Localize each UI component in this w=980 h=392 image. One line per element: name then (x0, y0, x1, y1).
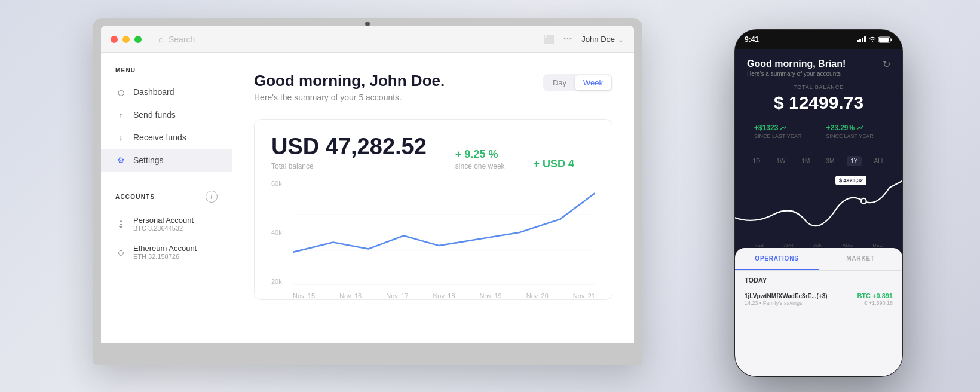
phone-tx-id: 1jLVpwtNMfXWadEe3rE...(+3) (745, 293, 857, 299)
phone-stat-pct: +23.29% SINCE LAST YEAR (819, 119, 891, 144)
titlebar-actions: ⬜ 〰 John Doe ⌄ (544, 35, 624, 44)
period-day-button[interactable]: Day (544, 75, 575, 90)
sidebar-item-receive[interactable]: ↓ Receive funds (101, 126, 232, 149)
greeting-sub: Here's the summary of your 5 accounts. (254, 93, 445, 102)
period-1w[interactable]: 1W (773, 156, 789, 166)
change-usd-block: + USD 4 (534, 158, 575, 170)
sidebar-item-send[interactable]: ↑ Send funds (101, 103, 232, 126)
account-ethereum-name: Ethereum Account (133, 244, 218, 253)
phone-greeting-sub: Here's a summary of your accounts (747, 71, 846, 77)
stat-usd-label: SINCE LAST YEAR (754, 133, 811, 139)
phone-tx-left: 1jLVpwtNMfXWadEe3rE...(+3) 14:23 • Famil… (745, 293, 857, 306)
sidebar-item-settings[interactable]: ⚙ Settings (101, 149, 232, 172)
sidebar: MENU ◷ Dashboard ↑ Send funds ↓ Receive (101, 53, 232, 343)
search-placeholder: Search (169, 35, 195, 44)
tab-operations[interactable]: OPERATIONS (735, 248, 819, 270)
period-all[interactable]: ALL (871, 156, 889, 166)
period-1m[interactable]: 1M (798, 156, 813, 166)
y-label-20k: 20k (271, 278, 282, 285)
account-personal-info: Personal Account BTC 3.23644532 (133, 216, 218, 232)
phone-chart-svg (735, 171, 902, 238)
battery-icon (878, 36, 893, 43)
signal-icon (857, 36, 866, 42)
arrow-up-icon: ↑ (115, 109, 126, 120)
phone-greeting-block: Good morning, Brian! Here's a summary of… (747, 59, 846, 77)
balance-block: USD 47,282.52 Total balance (271, 134, 427, 170)
x-label-5: Nov. 19 (480, 292, 502, 299)
x-label-4: Nov. 18 (433, 292, 455, 299)
sidebar-item-settings-label: Settings (133, 155, 164, 165)
phone-period-row: 1D 1W 1M 3M 1Y ALL (735, 151, 902, 171)
phone-chart-tooltip: $ 4923,32 (835, 176, 866, 185)
phone-today-label: TODAY (735, 271, 902, 287)
account-personal-name: Personal Account (133, 216, 218, 225)
phone-bottom: OPERATIONS MARKET TODAY 1jLVpwtNMfXWadEe… (735, 248, 902, 376)
gear-icon: ⚙ (115, 155, 126, 166)
laptop-camera (365, 22, 370, 26)
add-account-button[interactable]: + (206, 191, 218, 203)
x-label-1: Nov. 15 (293, 292, 315, 299)
phone-stats-row: +$1323 SINCE LAST YEAR +23.29% SINCE LAS… (747, 119, 890, 144)
y-label-40k: 40k (271, 229, 282, 236)
change-pct-block: + 9.25 % since one week (455, 148, 505, 170)
balance-card: USD 47,282.52 Total balance + 9.25 % sin… (254, 119, 612, 300)
stat-pct-value: +23.29% (826, 124, 884, 132)
stat-pct-label: SINCE LAST YEAR (826, 133, 884, 139)
ethereum-icon: ◇ (115, 247, 126, 258)
phone-transaction[interactable]: 1jLVpwtNMfXWadEe3rE...(+3) 14:23 • Famil… (735, 287, 902, 311)
maximize-button[interactable] (134, 36, 142, 43)
clock-icon: ◷ (115, 87, 126, 97)
change-pct-label: since one week (455, 162, 505, 170)
sidebar-item-dashboard-label: Dashboard (133, 87, 174, 97)
phone-top: Good morning, Brian! Here's a summary of… (735, 49, 902, 151)
phone-tx-amount: BTC +0.891 (857, 292, 893, 299)
x-label-7: Nov. 21 (573, 292, 595, 299)
chart-y-labels: 60k 40k 20k (271, 180, 282, 285)
phone-status-icons (857, 36, 893, 43)
svg-rect-9 (879, 38, 889, 42)
user-menu[interactable]: John Doe ⌄ (581, 35, 624, 44)
greeting-title: Good morning, John Doe. (254, 72, 445, 90)
chart-area: 60k 40k 20k (271, 180, 595, 299)
phone-notch (795, 30, 843, 42)
period-week-button[interactable]: Week (575, 75, 611, 90)
close-button[interactable] (111, 36, 118, 43)
phone-tx-sub: 14:23 • Family's savings (745, 300, 857, 306)
period-1y[interactable]: 1Y (847, 156, 861, 166)
chart-x-feb: FEB (755, 243, 764, 248)
sidebar-item-dashboard[interactable]: ◷ Dashboard (101, 81, 232, 103)
chart-x-apr: APR (783, 243, 793, 248)
activity-icon[interactable]: 〰 (564, 35, 572, 44)
minimize-button[interactable] (122, 36, 130, 43)
laptop-content: MENU ◷ Dashboard ↑ Send funds ↓ Receive (101, 53, 634, 343)
phone-stat-usd: +$1323 SINCE LAST YEAR (747, 119, 819, 144)
period-1d[interactable]: 1D (749, 156, 764, 166)
chart-x-aug: AUG (843, 243, 853, 248)
chart-x-jun: JUN (813, 243, 823, 248)
sidebar-item-receive-label: Receive funds (133, 133, 186, 142)
account-ethereum[interactable]: ◇ Ethereum Account ETH 32.158726 (101, 238, 232, 266)
notification-icon[interactable]: ⬜ (544, 35, 554, 44)
stat-usd-value: +$1323 (754, 124, 811, 132)
refresh-icon[interactable]: ↻ (883, 59, 890, 70)
accounts-section-header: ACCOUNTS + (101, 191, 232, 203)
phone-chart-area: $ 4923,32 (735, 171, 902, 243)
balance-label: Total balance (271, 162, 427, 170)
account-ethereum-sub: ETH 32.158726 (133, 253, 218, 260)
sidebar-nav: ◷ Dashboard ↑ Send funds ↓ Receive funds (101, 81, 232, 172)
trend-up-icon-2 (857, 125, 863, 131)
phone: 9:41 (735, 30, 902, 376)
phone-greeting-title: Good morning, Brian! (747, 59, 846, 69)
x-label-3: Nov. 17 (386, 292, 408, 299)
chart-x-labels: Nov. 15 Nov. 16 Nov. 17 Nov. 18 Nov. 19 … (293, 292, 595, 299)
laptop: ⌕ Search ⬜ 〰 John Doe ⌄ MENU (93, 18, 642, 376)
phone-time: 9:41 (745, 35, 759, 44)
phone-screen: Good morning, Brian! Here's a summary of… (735, 49, 902, 376)
x-label-6: Nov. 20 (526, 292, 549, 299)
period-3m[interactable]: 3M (822, 156, 838, 166)
search-bar[interactable]: ⌕ Search (158, 34, 539, 44)
tab-market[interactable]: MARKET (819, 248, 902, 270)
phone-total-label: TOTAL BALANCE (747, 84, 890, 90)
phone-chart-x-labels: FEB APR JUN AUG DEC (735, 243, 902, 248)
account-personal[interactable]: ₿ Personal Account BTC 3.23644532 (101, 210, 232, 238)
